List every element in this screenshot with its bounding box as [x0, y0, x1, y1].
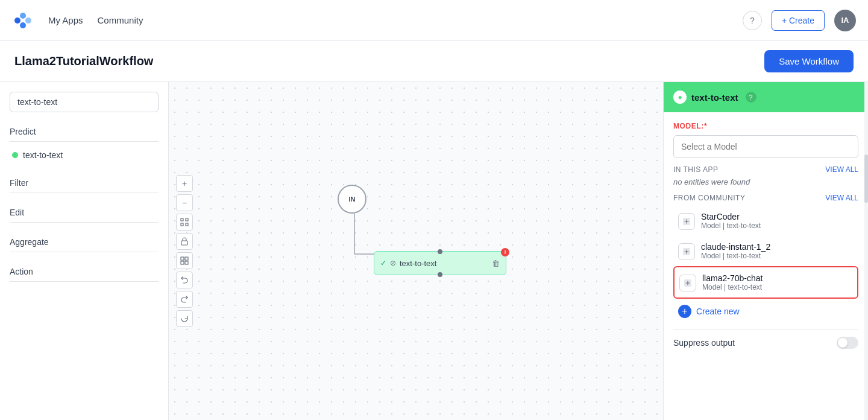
in-node[interactable]: IN [338, 185, 366, 214]
model-label: MODEL:* [673, 122, 858, 130]
canvas-tools: + − [176, 175, 193, 327]
panel-header: ● text-to-text ? [664, 82, 868, 112]
required-star: * [704, 122, 707, 130]
node-port-bottom [438, 272, 442, 277]
in-this-app-row: IN THIS APP VIEW ALL [673, 165, 858, 174]
no-entities-message: no entities were found [673, 177, 858, 186]
ttt-node-label: text-to-text [400, 259, 436, 268]
canvas[interactable]: IN ✓ ⊘ text-to-text 🗑 ! + − [169, 82, 663, 420]
logo [12, 10, 34, 31]
sidebar-section-action-title[interactable]: Action [10, 264, 159, 282]
svg-rect-9 [186, 223, 188, 226]
sidebar-section-filter: Filter [10, 176, 159, 193]
in-this-app-label: IN THIS APP [673, 165, 718, 174]
zoom-in-button[interactable]: + [176, 175, 193, 192]
model-icon-llama2 [679, 275, 696, 291]
save-workflow-button[interactable]: Save Workflow [764, 50, 854, 72]
svg-rect-13 [181, 261, 184, 264]
create-new-button[interactable]: + Create new [673, 299, 858, 324]
model-sub-llama2: Model | text-to-text [702, 283, 852, 291]
scrollbar-thumb[interactable] [864, 154, 868, 203]
suppress-row: Suppress output [673, 329, 858, 356]
model-sub-starcoder: Model | text-to-text [701, 221, 854, 230]
suppress-label: Suppress output [673, 338, 735, 348]
from-community-label: FROM COMMUNITY [673, 194, 745, 202]
from-community-row: FROM COMMUNITY VIEW ALL [673, 194, 858, 202]
right-panel: ● text-to-text ? MODEL:* IN THIS APP VIE… [663, 82, 868, 420]
sidebar-section-edit-title[interactable]: Edit [10, 205, 159, 223]
workflow-title: Llama2TutorialWorkflow [14, 54, 153, 68]
model-item-claude[interactable]: claude-instant-1_2 Model | text-to-text [673, 236, 858, 266]
model-sub-claude: Model | text-to-text [701, 252, 854, 260]
svg-rect-6 [181, 218, 183, 221]
sidebar-section-aggregate: Aggregate [10, 235, 159, 252]
sidebar: // Manually set value after bind since d… [0, 82, 169, 420]
create-button[interactable]: + Create [772, 10, 825, 31]
grid-button[interactable] [176, 252, 193, 269]
undo-button[interactable] [176, 272, 193, 288]
model-item-llama2[interactable]: llama2-70b-chat Model | text-to-text [673, 266, 858, 299]
create-new-icon: + [678, 305, 691, 318]
ttt-node[interactable]: ✓ ⊘ text-to-text 🗑 ! [374, 251, 506, 275]
sidebar-section-predict-title: Predict [10, 124, 159, 142]
svg-point-0 [14, 18, 20, 24]
from-community-view-all[interactable]: VIEW ALL [825, 194, 858, 202]
sidebar-section-edit: Edit [10, 205, 159, 223]
model-icon-claude [678, 243, 695, 260]
svg-rect-7 [186, 218, 188, 221]
suppress-toggle[interactable] [837, 337, 858, 349]
zoom-out-button[interactable]: − [176, 194, 193, 211]
sidebar-search-input[interactable] [10, 92, 159, 112]
fit-button[interactable] [176, 214, 193, 231]
sidebar-section-predict: Predict text-to-text [10, 124, 159, 164]
sidebar-section-filter-title[interactable]: Filter [10, 176, 159, 193]
nav-my-apps[interactable]: My Apps [48, 15, 83, 25]
svg-rect-12 [185, 257, 188, 260]
in-this-app-view-all[interactable]: VIEW ALL [825, 165, 858, 174]
model-name-claude: claude-instant-1_2 [701, 242, 854, 252]
dot-icon [12, 152, 18, 158]
nav-community[interactable]: Community [98, 15, 143, 25]
lock-button[interactable] [176, 233, 193, 250]
model-icon-starcoder [678, 213, 695, 230]
svg-point-1 [20, 13, 26, 19]
header: My Apps Community ? + Create IA [0, 0, 868, 41]
redo-button[interactable] [176, 291, 193, 308]
error-badge: ! [501, 248, 509, 256]
sidebar-item-text-to-text-label: text-to-text [23, 150, 63, 160]
svg-rect-14 [185, 261, 188, 264]
model-item-starcoder[interactable]: StarCoder Model | text-to-text [673, 206, 858, 236]
model-info-llama2: llama2-70b-chat Model | text-to-text [702, 273, 852, 291]
svg-point-3 [20, 22, 26, 28]
sidebar-section-action: Action [10, 264, 159, 282]
svg-rect-8 [181, 223, 183, 226]
model-search-input[interactable] [673, 135, 858, 158]
help-button[interactable]: ? [743, 11, 762, 30]
panel-header-icon: ● [673, 91, 687, 104]
model-info-claude: claude-instant-1_2 Model | text-to-text [701, 242, 854, 260]
sidebar-item-text-to-text[interactable]: text-to-text [10, 147, 159, 164]
model-info-starcoder: StarCoder Model | text-to-text [701, 212, 854, 230]
svg-point-2 [25, 18, 31, 24]
model-name-llama2: llama2-70b-chat [702, 273, 852, 283]
node-port-top [438, 249, 442, 254]
model-name-starcoder: StarCoder [701, 212, 854, 221]
create-new-label: Create new [696, 307, 740, 316]
scrollbar-track [864, 82, 868, 420]
title-bar: Llama2TutorialWorkflow Save Workflow [0, 41, 868, 82]
toggle-knob [838, 338, 848, 348]
panel-header-title: text-to-text [691, 92, 738, 103]
panel-body: MODEL:* IN THIS APP VIEW ALL no entities… [664, 112, 868, 366]
main-layout: // Manually set value after bind since d… [0, 82, 868, 420]
svg-rect-11 [181, 257, 184, 260]
avatar[interactable]: IA [834, 10, 856, 31]
reset-icon[interactable]: ⊘ [390, 259, 396, 267]
delete-icon[interactable]: 🗑 [492, 259, 500, 268]
in-node-label: IN [349, 196, 356, 203]
panel-help-button[interactable]: ? [746, 92, 756, 103]
sidebar-section-aggregate-title[interactable]: Aggregate [10, 235, 159, 252]
svg-rect-10 [181, 241, 187, 245]
check-icon: ✓ [380, 259, 386, 267]
refresh-button[interactable] [176, 310, 193, 327]
